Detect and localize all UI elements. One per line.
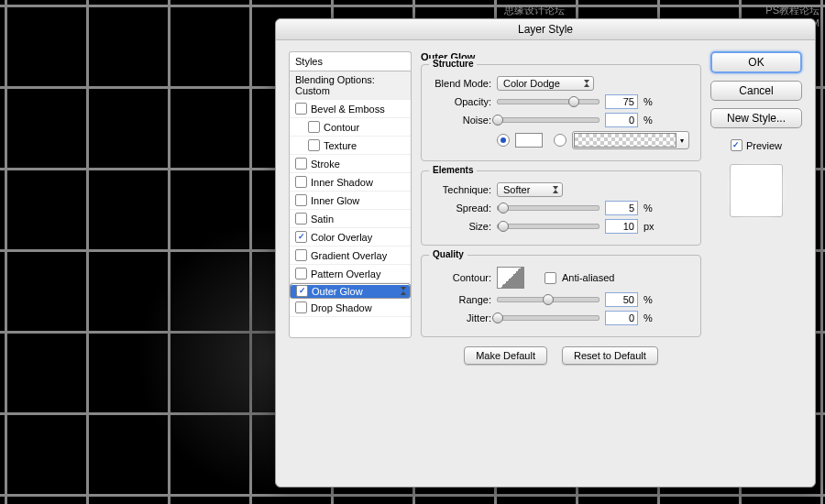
style-item-texture[interactable]: Texture [290,137,411,155]
style-item-satin[interactable]: Satin [290,210,411,228]
solid-color-radio[interactable] [497,134,510,147]
styles-list: Blending Options: Custom Bevel & EmbossC… [289,71,412,338]
blend-mode-select[interactable]: Color Dodge [497,76,594,91]
glow-color-swatch[interactable] [515,133,543,148]
style-checkbox[interactable] [308,121,320,133]
style-checkbox[interactable] [296,285,308,297]
size-input[interactable]: 10 [605,219,638,234]
style-label: Gradient Overlay [311,250,387,261]
style-item-pattern-overlay[interactable]: Pattern Overlay [290,265,411,283]
gradient-radio[interactable] [554,134,566,147]
jitter-label: Jitter: [431,312,491,323]
style-item-stroke[interactable]: Stroke [290,155,411,173]
opacity-slider[interactable] [497,99,600,104]
style-item-inner-shadow[interactable]: Inner Shadow [290,173,411,192]
new-style-button[interactable]: New Style... [710,108,802,128]
make-default-button[interactable]: Make Default [464,346,547,365]
style-item-contour[interactable]: Contour [290,118,411,137]
style-item-outer-glow[interactable]: Outer Glow [290,283,411,299]
style-label: Drop Shadow [311,302,372,313]
watermark-left: 思缘设计论坛 [504,4,565,17]
style-checkbox[interactable] [295,249,307,261]
style-label: Pattern Overlay [311,268,380,279]
range-label: Range: [431,294,491,305]
style-checkbox[interactable] [295,213,307,225]
style-label: Color Overlay [311,232,372,243]
noise-input[interactable]: 0 [605,113,638,127]
elements-group: Elements Technique: Softer Spread: 5 % S… [421,170,701,246]
style-checkbox[interactable] [295,158,307,170]
options-panel: Outer Glow Structure Blend Mode: Color D… [421,51,701,477]
preview-checkbox[interactable] [731,139,742,151]
technique-label: Technique: [431,184,491,195]
style-checkbox[interactable] [295,103,307,115]
noise-label: Noise: [431,115,491,126]
style-checkbox[interactable] [295,231,307,243]
style-label: Bevel & Emboss [311,104,385,115]
action-column: OK Cancel New Style... Preview [710,51,802,477]
quality-group: Quality Contour: Anti-aliased Range: 50 … [421,255,701,337]
style-checkbox[interactable] [308,139,320,151]
contour-label: Contour: [431,272,491,283]
cancel-button[interactable]: Cancel [710,81,802,101]
spread-label: Spread: [431,203,491,214]
preview-swatch [730,164,783,217]
opacity-input[interactable]: 75 [605,94,638,109]
styles-header[interactable]: Styles [289,51,412,71]
dialog-title: Layer Style [276,19,815,40]
style-item-inner-glow[interactable]: Inner Glow [290,192,411,210]
styles-sidebar: Styles Blending Options: Custom Bevel & … [289,51,412,477]
style-label: Satin [311,214,334,225]
spread-input[interactable]: 5 [605,201,638,215]
glow-gradient-picker[interactable]: ▾ [572,131,689,149]
jitter-input[interactable]: 0 [605,311,638,325]
structure-group: Structure Blend Mode: Color Dodge Opacit… [421,64,701,161]
anti-aliased-checkbox[interactable] [544,272,556,284]
style-checkbox[interactable] [295,176,307,188]
layer-style-dialog: Layer Style Styles Blending Options: Cus… [275,18,816,488]
style-label: Texture [324,140,357,151]
anti-aliased-label: Anti-aliased [562,272,614,283]
size-slider[interactable] [497,224,600,229]
style-checkbox[interactable] [295,301,307,313]
range-input[interactable]: 50 [605,292,638,307]
style-label: Stroke [311,159,340,170]
style-label: Inner Shadow [311,177,373,188]
noise-slider[interactable] [497,117,600,123]
style-label: Outer Glow [312,286,363,297]
style-item-drop-shadow[interactable]: Drop Shadow [290,299,411,317]
style-item-bevel-emboss[interactable]: Bevel & Emboss [290,100,411,118]
style-label: Contour [324,122,359,133]
range-slider[interactable] [497,297,600,302]
contour-picker[interactable] [497,267,524,289]
style-item-color-overlay[interactable]: Color Overlay [290,228,411,247]
style-checkbox[interactable] [295,268,307,279]
preview-label: Preview [746,140,782,151]
spread-slider[interactable] [497,205,600,211]
blending-options[interactable]: Blending Options: Custom [290,71,411,100]
ok-button[interactable]: OK [710,51,802,73]
technique-select[interactable]: Softer [497,182,563,197]
size-label: Size: [431,221,491,232]
jitter-slider[interactable] [497,315,600,321]
reset-default-button[interactable]: Reset to Default [562,346,658,365]
style-checkbox[interactable] [295,194,307,206]
style-item-gradient-overlay[interactable]: Gradient Overlay [290,247,411,265]
blend-mode-label: Blend Mode: [431,78,491,89]
style-label: Inner Glow [311,195,359,206]
opacity-label: Opacity: [431,96,491,107]
